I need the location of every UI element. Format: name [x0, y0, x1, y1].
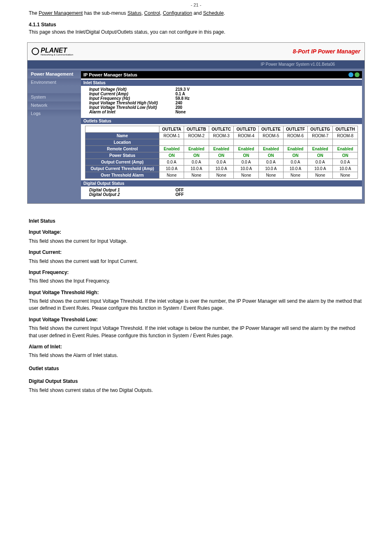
outlet-cell: None	[308, 172, 333, 178]
outlet-cell: Enabled	[308, 145, 333, 152]
digital-row: Digital Output 1OFF	[89, 188, 358, 192]
outlet-rowhead: Power Status	[85, 152, 159, 159]
t: .	[224, 10, 225, 16]
inlet-key: Input Voltage Threshold Low (Volt)	[89, 105, 175, 110]
outlets-table: OUTLETAOUTLETBOUTLETCOUTLETDOUTLETEOUTLE…	[85, 126, 358, 179]
topbar-text: IP Power Manager System v1.01.Beta06	[261, 62, 335, 67]
logo: PLANET Networking & Communication	[32, 47, 73, 56]
sidebar-item-system[interactable]: System	[28, 93, 81, 101]
inlet-val: 0.1 A	[175, 92, 185, 96]
digital-val: OFF	[175, 192, 184, 197]
t: The	[29, 10, 39, 16]
inlet-key: Alarm of Inlet	[89, 110, 175, 114]
link-schedule: Schedule	[203, 10, 224, 16]
outlet-cell: ON	[333, 152, 358, 159]
h-digital-output: Digital Output Status	[29, 378, 363, 385]
outlet-col	[85, 126, 159, 132]
outlet-rowhead: Location	[85, 139, 159, 145]
outlet-cell: None	[234, 172, 259, 178]
inlet-row: Input Voltage Threshold High (Volt)240	[89, 101, 358, 105]
outlet-cell: 0.0 A	[283, 159, 307, 165]
inlet-val: None	[175, 110, 186, 114]
outlet-cell	[234, 139, 259, 145]
inlet-row: Input Frequency (Hz)59.8 Hz	[89, 96, 358, 101]
outlets-status-bar: Outlets Status	[81, 118, 362, 124]
h-inlet-status: Inlet Status	[29, 218, 363, 225]
outlet-cell: ON	[258, 152, 283, 159]
outlet-cell	[258, 139, 283, 145]
link-control: Control	[144, 10, 160, 16]
inlet-val: 219.3 V	[175, 87, 189, 92]
sidebar-item-power-management[interactable]: Power Management	[28, 70, 81, 78]
page-number-top: - 21 -	[0, 0, 392, 10]
sidebar-item-environment[interactable]: Environment	[28, 78, 81, 86]
outlet-col: OUTLETD	[234, 126, 259, 132]
outlet-cell: ON	[283, 152, 307, 159]
outlet-cell: None	[184, 172, 209, 178]
outlet-cell: 0.0 A	[308, 159, 333, 165]
outlet-cell: 10.0 A	[308, 165, 333, 172]
section-411-desc: This page shows the Inlet/Digital Output…	[29, 29, 363, 36]
outlet-cell	[159, 139, 184, 145]
h-input-current: Input Current:	[29, 249, 363, 256]
h-input-voltage: Input Voltage:	[29, 229, 363, 236]
outlet-cell: 10.0 A	[283, 165, 307, 172]
outlet-col: OUTLETC	[209, 126, 234, 132]
inlet-val: 59.8 Hz	[175, 96, 189, 101]
outlet-cell: 0.0 A	[159, 159, 184, 165]
outlet-cell: Enabled	[333, 145, 358, 152]
sidebar-item-network[interactable]: Network	[28, 101, 81, 109]
outlet-cell: ON	[159, 152, 184, 159]
outlet-rowhead: Name	[85, 132, 159, 139]
t: ,	[141, 10, 144, 16]
refresh-icon[interactable]	[348, 72, 353, 77]
p-input-frequency: This filed shows the Input Frequency.	[29, 278, 363, 285]
outlet-cell: 10.0 A	[159, 165, 184, 172]
outlet-rowhead: Output Current (Amp)	[85, 159, 159, 165]
outlet-cell	[308, 139, 333, 145]
inlet-key: Input Voltage (Volt)	[89, 87, 175, 92]
outlet-cell: 10.0 A	[184, 165, 209, 172]
outlet-cell: ON	[234, 152, 259, 159]
inlet-status-bar: Inlet Status	[81, 80, 362, 86]
outlet-cell: 0.0 A	[209, 159, 234, 165]
link-status: Status	[127, 10, 141, 16]
outlet-cell: Enabled	[258, 145, 283, 152]
outlet-cell: ROOM-4	[234, 132, 259, 139]
p-input-vth-low: This field shows the current Input Volta…	[29, 325, 363, 339]
sidebar: Power Management Environment System Netw…	[28, 69, 81, 203]
outlet-cell: Enabled	[234, 145, 259, 152]
outlet-cell: None	[333, 172, 358, 178]
app-header: PLANET Networking & Communication 8-Port…	[28, 43, 364, 60]
outlet-cell: Enabled	[159, 145, 184, 152]
sidebar-item-logs[interactable]: Logs	[28, 110, 81, 117]
outlet-col: OUTLETH	[333, 126, 358, 132]
digital-output-bar: Digital Output Status	[81, 180, 362, 187]
logo-text: PLANET	[41, 47, 67, 54]
h-input-vth-high: Input Voltage Threshold High:	[29, 289, 363, 296]
outlet-rowhead: Over Threshold Alarm	[85, 172, 159, 178]
t: has the sub-menus	[83, 10, 127, 16]
inlet-row: Input Current (Amp)0.1 A	[89, 92, 358, 96]
help-icon[interactable]	[355, 72, 360, 77]
outlet-cell: 0.0 A	[333, 159, 358, 165]
inlet-kv-block: Input Voltage (Volt)219.3 VInput Current…	[81, 86, 362, 117]
outlet-cell: None	[209, 172, 234, 178]
inlet-row: Input Voltage (Volt)219.3 V	[89, 87, 358, 92]
digital-key: Digital Output 2	[89, 192, 175, 197]
digital-kv: Digital Output 1OFFDigital Output 2OFF	[81, 187, 362, 199]
outlet-cell: ROOM-8	[333, 132, 358, 139]
outlet-cell: 10.0 A	[209, 165, 234, 172]
outlet-cell	[283, 139, 307, 145]
outlet-col: OUTLETE	[258, 126, 283, 132]
outlet-cell: ROOM-7	[308, 132, 333, 139]
outlet-cell: ROOM-3	[209, 132, 234, 139]
p-alarm-inlet: This field shows the Alarm of Inlet stat…	[29, 352, 363, 359]
inlet-row: Input Voltage Threshold Low (Volt)200	[89, 105, 358, 110]
digital-key: Digital Output 1	[89, 188, 175, 192]
inlet-key: Input Current (Amp)	[89, 92, 175, 96]
content-pane: IP Power Manager Status Inlet Status Inp…	[81, 71, 362, 199]
inlet-row: Alarm of InletNone	[89, 110, 358, 114]
descriptive-text: Inlet Status Input Voltage: This field s…	[0, 204, 392, 394]
outlet-cell	[209, 139, 234, 145]
